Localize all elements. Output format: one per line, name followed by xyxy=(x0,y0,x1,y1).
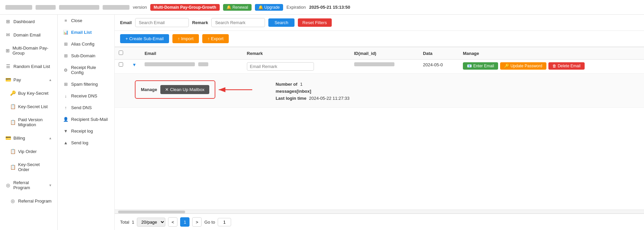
update-password-icon: 🔑 xyxy=(504,64,509,68)
row-expand-cell[interactable]: ▼ xyxy=(128,60,141,74)
badge-multi-domain: Multi-Domain Pay-Group-Growth xyxy=(150,4,220,11)
sub-sidebar-item-receipt-rule-config[interactable]: ⚙ Receipt Rule Config xyxy=(58,62,114,78)
sidebar-item-key-secret-list[interactable]: 📋 Key-Secret List xyxy=(0,100,57,113)
sidebar-item-multi-domain[interactable]: ⊞ Multi-Domain Pay-Group xyxy=(0,42,57,60)
sub-sidebar-item-send-log[interactable]: ▲ Send log xyxy=(58,137,114,149)
remark-filter-label: Remark xyxy=(192,20,208,25)
content: Email Remark Search Reset Filters + Crea… xyxy=(115,15,644,230)
email-list-icon: 📊 xyxy=(63,30,68,35)
clean-up-mailbox-button[interactable]: ✕ Clean Up Mailbox xyxy=(160,85,209,94)
sub-sidebar-label-recipient-sub-mail: Recipient Sub-Mail xyxy=(71,117,108,122)
sidebar-label-key-secret-order: Key-Secret Order xyxy=(18,162,52,172)
domain-email-icon: ✉ xyxy=(5,32,11,37)
sub-sidebar-item-spam-filtering[interactable]: ⊞ Spam filtering xyxy=(58,78,114,90)
row-checkbox[interactable] xyxy=(119,62,123,67)
prev-page-button[interactable]: < xyxy=(168,217,177,227)
sub-sidebar-item-receipt-log[interactable]: ▼ Receipt log xyxy=(58,125,114,137)
sidebar-label-buy-key-secret: Buy Key-Secret xyxy=(18,91,48,96)
sidebar-item-dashboard[interactable]: ⊞ Dashboard xyxy=(0,15,57,28)
sidebar-label-referral-program2: Referral Program xyxy=(18,199,52,204)
sub-sidebar: ≡ Close 📊 Email List ⊞ Alias Config ⊞ Su… xyxy=(58,15,115,230)
search-button[interactable]: Search xyxy=(268,18,294,27)
import-button[interactable]: ↑ Import xyxy=(172,34,199,43)
random-email-icon: ☰ xyxy=(5,64,11,69)
remark-search-input[interactable] xyxy=(211,18,265,27)
upgrade-icon: 🔔 xyxy=(258,5,264,10)
sub-sidebar-label-receipt-log: Receipt log xyxy=(71,129,93,134)
badge-upgrade: 🔔 Upgrade xyxy=(255,4,283,11)
page-size-select[interactable]: 20/page xyxy=(137,218,165,227)
reset-filters-button[interactable]: Reset Filters xyxy=(298,18,332,27)
row-email-cell xyxy=(141,60,243,74)
sub-sidebar-label-receipt-rule-config: Receipt Rule Config xyxy=(71,65,109,75)
info-section: Number of 1 messages[inbox] Last login t… xyxy=(276,82,350,101)
horizontal-scrollbar[interactable] xyxy=(115,210,644,214)
pagination-bar: Total 1 20/page < 1 > Go to xyxy=(115,214,644,230)
goto-input[interactable] xyxy=(218,218,231,226)
sidebar-item-referral-program[interactable]: ◎ Referral Program ▼ xyxy=(0,176,57,194)
export-button[interactable]: ↑ Export xyxy=(202,34,229,43)
manage-buttons: 📧 Enter Email 🔑 Update Password 🗑 Delet xyxy=(463,62,640,70)
sub-sidebar-item-receive-dns[interactable]: ↓ Receive DNS xyxy=(58,90,114,102)
manage-box-label: Manage xyxy=(141,87,157,92)
email-blurred-1 xyxy=(145,62,195,66)
spam-filtering-icon: ⊞ xyxy=(63,82,68,87)
current-page-button[interactable]: 1 xyxy=(180,217,190,227)
row-manage-cell: 📧 Enter Email 🔑 Update Password 🗑 Delet xyxy=(459,60,644,74)
sidebar-item-domain-email[interactable]: ✉ Domain Email xyxy=(0,28,57,42)
buy-key-secret-icon: 🔑 xyxy=(10,90,15,96)
messages-inbox-label: messages[inbox] xyxy=(276,89,311,94)
sub-sidebar-item-sub-domain[interactable]: ⊞ Sub-Domain xyxy=(58,50,114,62)
receive-dns-icon: ↓ xyxy=(63,93,68,98)
sidebar-item-buy-key-secret[interactable]: 🔑 Buy Key-Secret xyxy=(0,86,57,100)
key-secret-order-icon: 📋 xyxy=(10,164,15,170)
header-checkbox-col xyxy=(115,47,128,60)
renewal-icon: 🔔 xyxy=(226,5,232,10)
dashboard-icon: ⊞ xyxy=(5,19,11,24)
sub-domain-icon: ⊞ xyxy=(63,53,68,58)
enter-email-button[interactable]: 📧 Enter Email xyxy=(463,62,498,70)
sidebar-item-random-email[interactable]: ☰ Random Email List xyxy=(0,60,57,73)
sub-sidebar-label-receive-dns: Receive DNS xyxy=(71,93,97,98)
sidebar-item-pay[interactable]: 💳 Pay ▲ xyxy=(0,73,57,86)
sub-sidebar-item-email-list[interactable]: 📊 Email List xyxy=(58,26,114,38)
top-bar-blurred-1 xyxy=(5,5,32,10)
select-all-checkbox[interactable] xyxy=(119,51,123,55)
header-expand-col xyxy=(128,47,141,60)
sub-sidebar-item-recipient-sub-mail[interactable]: 👤 Recipient Sub-Mail xyxy=(58,113,114,125)
sidebar-item-vip-order[interactable]: 📋 Vip Order xyxy=(0,145,57,158)
number-of-row: Number of 1 xyxy=(276,82,350,87)
expanded-row: Manage ✕ Clean Up Mailbox xyxy=(115,74,644,108)
row-remark-cell xyxy=(243,60,350,74)
sub-sidebar-label-spam-filtering: Spam filtering xyxy=(71,82,98,87)
sidebar-item-paid-version-migration[interactable]: 📋 Paid Version Migration xyxy=(0,113,57,131)
sub-sidebar-item-send-dns[interactable]: ↑ Send DNS xyxy=(58,102,114,113)
billing-icon: 💳 xyxy=(5,135,11,141)
sidebar-label-dashboard: Dashboard xyxy=(13,19,35,24)
sidebar-item-key-secret-order[interactable]: 📋 Key-Secret Order xyxy=(0,158,57,176)
last-login-row: Last login time 2024-05-22 11:27:33 xyxy=(276,96,350,101)
sub-sidebar-label-sub-domain: Sub-Domain xyxy=(71,53,95,58)
row-checkbox-cell xyxy=(115,60,128,74)
create-sub-email-button[interactable]: + Create Sub-Email xyxy=(120,34,169,43)
email-table-wrapper: Email Remark ID(mail_id) Data Manage xyxy=(115,47,644,210)
delete-email-button[interactable]: 🗑 Delete Email xyxy=(548,62,585,70)
header-email: Email xyxy=(141,47,243,60)
row-date-cell: 2024-05-0 xyxy=(419,60,459,74)
sidebar-item-referral-program2[interactable]: ◎ Referral Program xyxy=(0,194,57,208)
sidebar-item-billing[interactable]: 💳 Billing ▲ xyxy=(0,131,57,145)
receipt-rule-config-icon: ⚙ xyxy=(63,68,68,73)
expand-icon[interactable]: ▼ xyxy=(132,62,137,67)
email-search-input[interactable] xyxy=(135,18,189,27)
last-login-label: Last login time xyxy=(276,96,307,101)
enter-email-icon: 📧 xyxy=(467,64,472,68)
sub-sidebar-label-send-log: Send log xyxy=(71,140,88,145)
email-blurred-2 xyxy=(198,62,208,66)
sub-sidebar-item-close[interactable]: ≡ Close xyxy=(58,15,114,26)
manage-popup-area: Manage ✕ Clean Up Mailbox xyxy=(135,77,637,104)
table-row: ▼ 2024-05-0 xyxy=(115,60,644,74)
sub-sidebar-item-alias-config[interactable]: ⊞ Alias Config xyxy=(58,38,114,50)
email-remark-input[interactable] xyxy=(247,62,314,71)
next-page-button[interactable]: > xyxy=(192,217,202,227)
update-password-button[interactable]: 🔑 Update Password xyxy=(500,62,546,70)
